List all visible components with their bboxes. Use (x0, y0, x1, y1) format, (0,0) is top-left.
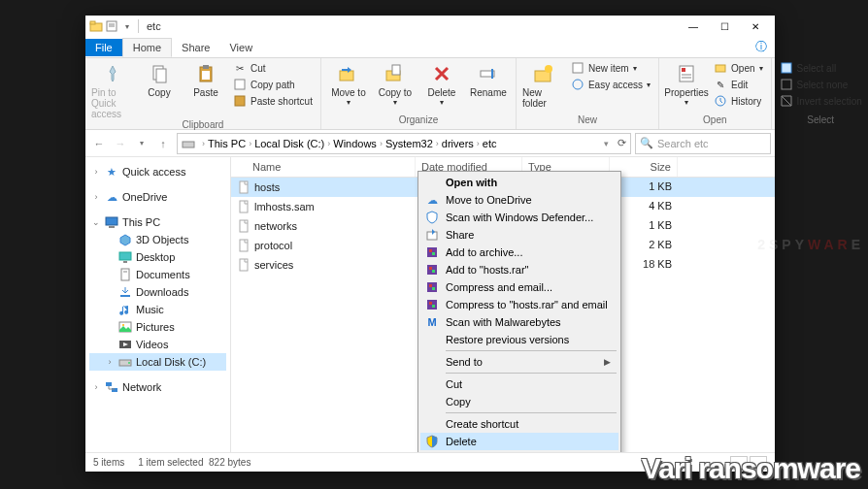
paste-shortcut-button[interactable]: Paste shortcut (231, 93, 315, 109)
properties-button[interactable]: Properties▾ (665, 60, 708, 107)
nav-item[interactable]: ›Local Disk (C:) (89, 353, 226, 371)
breadcrumb[interactable]: › This PC› Local Disk (C:)› Windows› Sys… (177, 133, 631, 154)
group-open: Properties▾ Open ▾ ✎Edit History Open (659, 58, 771, 129)
tab-view[interactable]: View (219, 39, 262, 56)
ctx-shortcut[interactable]: Create shortcut (420, 415, 618, 433)
svg-rect-11 (235, 96, 245, 106)
network[interactable]: ›Network (89, 378, 226, 396)
ctx-mbam[interactable]: MScan with Malwarebytes (420, 313, 618, 331)
folder-icon (118, 250, 132, 264)
moveto-button[interactable]: Move to▾ (327, 60, 370, 107)
crumb[interactable]: This PC (208, 138, 246, 149)
history-button[interactable]: History (712, 93, 764, 109)
tab-home[interactable]: Home (122, 38, 172, 57)
nav-item[interactable]: Music (89, 301, 226, 318)
delete-button[interactable]: Delete▾ (420, 60, 463, 107)
qat-dropdown-icon[interactable]: ▾ (120, 19, 134, 33)
newfolder-button[interactable]: New folder (522, 60, 565, 109)
file-icon (237, 219, 250, 233)
ctx-compressemail[interactable]: Compress to "hosts.rar" and email (420, 296, 618, 313)
ctx-restore[interactable]: Restore previous versions (420, 331, 618, 348)
paste-button[interactable]: Paste (184, 60, 227, 98)
group-select: Select all Select none Invert selection … (772, 58, 868, 129)
crumb[interactable]: Local Disk (C:) (254, 138, 324, 149)
svg-rect-48 (240, 259, 248, 271)
nav-item[interactable]: Desktop (89, 248, 226, 266)
crumb[interactable]: Windows (333, 138, 377, 149)
quick-access[interactable]: ›★Quick access (89, 163, 226, 180)
col-name[interactable]: Name (231, 157, 416, 177)
svg-rect-1 (90, 21, 95, 24)
ctx-cut[interactable]: Cut (420, 375, 618, 393)
svg-rect-6 (156, 69, 166, 82)
folder-icon (118, 285, 132, 299)
nav-item[interactable]: Downloads (89, 283, 226, 301)
properties-qat-icon[interactable] (105, 19, 118, 33)
file-list: Name Date modified Type Size hosts1 KBlm… (231, 157, 775, 452)
cut-button[interactable]: ✂Cut (231, 60, 315, 76)
refresh-button[interactable]: ⟳ (618, 137, 626, 149)
shortcut-icon (233, 94, 247, 108)
copypath-button[interactable]: Copy path (231, 77, 315, 92)
ctx-email[interactable]: Compress and email... (420, 278, 618, 296)
ctx-sendto[interactable]: Send to▶ (420, 353, 618, 371)
group-clipboard: Pin to Quick access Copy Paste ✂Cut Copy… (85, 58, 321, 129)
svg-point-41 (128, 362, 130, 364)
tab-file[interactable]: File (85, 39, 122, 56)
help-button[interactable]: ⓘ (755, 39, 767, 55)
nav-item[interactable]: Pictures (89, 318, 226, 336)
folder-icon (118, 268, 132, 281)
crumb[interactable]: System32 (385, 138, 433, 149)
forward-button[interactable]: → (111, 134, 130, 153)
search-input[interactable]: 🔍 Search etc (635, 133, 771, 154)
copy-button[interactable]: Copy (138, 60, 181, 98)
nav-item[interactable]: Documents (89, 266, 226, 283)
ctx-addrar[interactable]: Add to "hosts.rar" (420, 261, 618, 278)
history-icon (714, 94, 727, 108)
newitem-button[interactable]: New item ▾ (569, 60, 652, 76)
minimize-button[interactable]: — (678, 16, 709, 36)
nav-item[interactable]: 3D Objects (89, 231, 226, 248)
folder-icon (118, 233, 132, 246)
file-icon (237, 239, 250, 252)
invert-button[interactable]: Invert selection (778, 93, 864, 109)
file-icon (237, 200, 250, 213)
recent-button[interactable]: ▾ (132, 134, 151, 153)
close-button[interactable]: ✕ (740, 16, 771, 36)
ctx-defender[interactable]: Scan with Windows Defender... (420, 209, 618, 226)
rename-button[interactable]: Rename (467, 60, 510, 98)
caption-watermark: Vari ransomware (642, 452, 860, 485)
svg-rect-54 (429, 267, 432, 270)
selectnone-button[interactable]: Select none (778, 77, 864, 92)
svg-point-20 (573, 80, 583, 89)
copyto-button[interactable]: Copy to▾ (374, 60, 417, 107)
invert-icon (780, 94, 793, 108)
ctx-rename[interactable]: Rename (420, 450, 618, 452)
edit-button[interactable]: ✎Edit (712, 77, 764, 92)
onedrive[interactable]: ›☁OneDrive (89, 188, 226, 206)
open-button[interactable]: Open ▾ (712, 60, 764, 76)
ctx-openwith[interactable]: Open with (420, 174, 618, 191)
easyaccess-button[interactable]: Easy access ▾ (569, 77, 652, 92)
properties-icon (675, 62, 698, 85)
ctx-copy[interactable]: Copy (420, 393, 618, 410)
back-button[interactable]: ← (89, 134, 109, 153)
selectall-button[interactable]: Select all (778, 60, 864, 76)
svg-rect-47 (240, 240, 248, 251)
svg-rect-12 (340, 71, 353, 81)
ctx-share[interactable]: Share (420, 226, 618, 244)
crumb[interactable]: etc (483, 138, 497, 149)
ctx-delete[interactable]: Delete (420, 433, 618, 450)
ctx-onedrive[interactable]: ☁Move to OneDrive (420, 191, 618, 209)
maximize-button[interactable]: ☐ (709, 16, 740, 36)
svg-rect-19 (573, 63, 583, 73)
crumb[interactable]: drivers (442, 138, 474, 149)
ctx-archive[interactable]: Add to archive... (420, 244, 618, 261)
this-pc[interactable]: ⌄This PC (89, 213, 226, 231)
pin-button[interactable]: Pin to Quick access (91, 60, 134, 119)
tab-share[interactable]: Share (172, 39, 219, 56)
separator (446, 350, 617, 351)
nav-item[interactable]: Videos (89, 336, 226, 353)
svg-rect-61 (432, 305, 435, 308)
up-button[interactable]: ↑ (153, 134, 173, 153)
